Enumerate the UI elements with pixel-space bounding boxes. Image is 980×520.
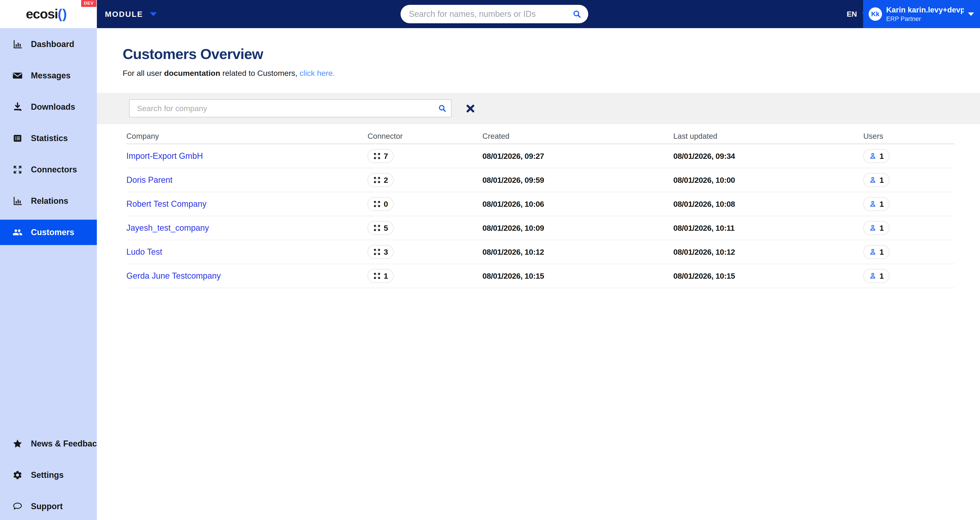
module-dropdown[interactable]: MODULE xyxy=(105,0,157,28)
company-link[interactable]: Gerda June Testcompany xyxy=(126,271,221,280)
company-search-input[interactable] xyxy=(137,104,438,113)
sidebar-item-label: Dashboard xyxy=(31,40,74,49)
user-name: Karin karin.levy+devp... xyxy=(886,6,964,14)
company-link[interactable]: Doris Parent xyxy=(126,175,172,184)
topbar: MODULE EN Kk Karin karin.levy+devp... ER… xyxy=(97,0,980,28)
column-header-company: Company xyxy=(126,132,368,141)
sidebar-item-downloads[interactable]: Downloads xyxy=(0,94,97,119)
created-date: 08/01/2026, 10:15 xyxy=(482,272,673,280)
company-link[interactable]: Import-Export GmbH xyxy=(126,151,203,161)
sidebar-item-label: Support xyxy=(31,502,63,511)
gear-icon xyxy=(13,470,22,480)
sidebar-nav: Dashboard Messages Downloads Statistics … xyxy=(0,28,97,520)
table-row: Jayesh_test_company 5 08/01/2026, 10:09 … xyxy=(126,216,955,240)
chevron-down-icon xyxy=(150,12,157,16)
documentation-link[interactable]: click here. xyxy=(299,69,335,78)
sidebar-item-relations[interactable]: Relations xyxy=(0,188,97,214)
company-search xyxy=(129,99,452,117)
sidebar-item-statistics[interactable]: Statistics xyxy=(0,126,97,151)
page-title: Customers Overview xyxy=(123,46,263,62)
arrows-icon xyxy=(373,248,381,256)
chat-bubble-icon xyxy=(13,501,22,512)
sidebar-item-settings[interactable]: Settings xyxy=(0,463,97,488)
users-count-badge: 1 xyxy=(863,173,889,187)
column-header-connector: Connector xyxy=(368,132,482,141)
connector-count-badge: 5 xyxy=(368,221,394,235)
list-icon xyxy=(13,133,22,143)
envelope-icon xyxy=(13,70,22,81)
sidebar-item-dashboard[interactable]: Dashboard xyxy=(0,32,97,57)
bar-chart-icon xyxy=(13,196,22,206)
sidebar-item-label: Customers xyxy=(31,227,74,237)
sidebar-item-label: Statistics xyxy=(31,134,68,143)
person-icon xyxy=(869,152,877,160)
table-header: Company Connector Created Last updated U… xyxy=(126,129,955,144)
company-link[interactable]: Robert Test Company xyxy=(126,199,207,208)
person-icon xyxy=(869,224,877,232)
connector-count-badge: 2 xyxy=(368,173,394,187)
company-link[interactable]: Jayesh_test_company xyxy=(126,223,209,232)
ecosio-logo[interactable]: ecosi() xyxy=(26,6,67,21)
company-link[interactable]: Ludo Test xyxy=(126,247,162,256)
updated-date: 08/01/2026, 10:00 xyxy=(673,176,863,184)
sidebar-item-label: News & Feedback xyxy=(31,439,102,448)
global-search-input[interactable] xyxy=(408,9,572,19)
arrows-icon xyxy=(373,176,381,184)
sidebar-item-connectors[interactable]: Connectors xyxy=(0,157,97,182)
user-role: ERP Partner xyxy=(886,16,964,22)
sidebar-item-label: Settings xyxy=(31,470,64,480)
star-icon xyxy=(13,439,22,449)
person-icon xyxy=(869,272,877,280)
bar-chart-icon xyxy=(13,39,22,49)
table-row: Ludo Test 3 08/01/2026, 10:12 08/01/2026… xyxy=(126,240,955,264)
created-date: 08/01/2026, 09:59 xyxy=(482,176,673,184)
updated-date: 08/01/2026, 10:11 xyxy=(673,224,863,232)
column-header-users: Users xyxy=(863,132,955,141)
updated-date: 08/01/2026, 10:08 xyxy=(673,200,863,208)
arrows-icon xyxy=(373,200,381,208)
created-date: 08/01/2026, 10:06 xyxy=(482,200,673,208)
person-icon xyxy=(869,200,877,208)
clear-search-button[interactable] xyxy=(459,97,482,119)
connector-count-badge: 1 xyxy=(368,269,394,283)
sidebar-item-news-feedback[interactable]: News & Feedback xyxy=(0,431,97,456)
sidebar-item-label: Connectors xyxy=(31,165,77,175)
download-icon xyxy=(13,102,22,112)
sidebar-item-support[interactable]: Support xyxy=(0,494,97,519)
column-header-updated: Last updated xyxy=(673,132,863,141)
user-menu[interactable]: Kk Karin karin.levy+devp... ERP Partner xyxy=(863,0,980,28)
created-date: 08/01/2026, 10:09 xyxy=(482,224,673,232)
page-subtitle: For all user documentation related to Cu… xyxy=(123,69,335,78)
column-header-created: Created xyxy=(482,132,673,141)
updated-date: 08/01/2026, 09:34 xyxy=(673,152,863,161)
customers-table: Company Connector Created Last updated U… xyxy=(126,129,955,288)
connector-count-badge: 3 xyxy=(368,245,394,259)
arrows-icon xyxy=(373,224,381,232)
global-search xyxy=(401,5,588,23)
users-count-badge: 1 xyxy=(863,245,889,259)
search-button[interactable] xyxy=(572,9,582,19)
arrows-icon xyxy=(373,152,381,160)
users-count-badge: 1 xyxy=(863,221,889,235)
search-icon xyxy=(572,9,582,19)
sidebar-item-label: Relations xyxy=(31,196,68,206)
people-icon xyxy=(13,227,22,237)
table-row: Import-Export GmbH 7 08/01/2026, 09:27 0… xyxy=(126,144,955,168)
close-icon xyxy=(465,103,476,114)
sidebar-item-messages[interactable]: Messages xyxy=(0,63,97,88)
company-search-button[interactable] xyxy=(438,104,447,113)
avatar: Kk xyxy=(869,7,882,21)
sidebar: ecosi() DEV Dashboard Messages Downloads… xyxy=(0,0,97,520)
created-date: 08/01/2026, 09:27 xyxy=(482,152,673,161)
sidebar-item-customers[interactable]: Customers xyxy=(0,219,97,245)
users-count-badge: 1 xyxy=(863,197,889,211)
sidebar-item-label: Messages xyxy=(31,71,70,80)
filter-toolbar xyxy=(97,93,980,124)
sidebar-logo-area: ecosi() DEV xyxy=(0,0,97,28)
updated-date: 08/01/2026, 10:12 xyxy=(673,248,863,256)
app-window: ecosi() DEV Dashboard Messages Downloads… xyxy=(0,0,980,520)
dev-environment-badge: DEV xyxy=(81,0,96,7)
table-row: Gerda June Testcompany 1 08/01/2026, 10:… xyxy=(126,264,955,288)
sidebar-item-label: Downloads xyxy=(31,102,75,112)
main-content: Customers Overview For all user document… xyxy=(97,28,980,520)
